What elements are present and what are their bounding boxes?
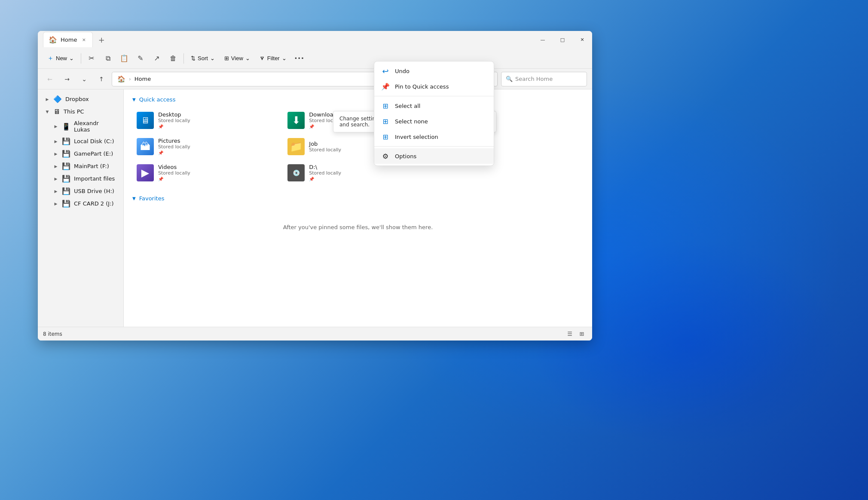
tab-close-button[interactable]: × [80, 37, 87, 43]
sidebar: ▶ 🔷 Dropbox ▼ 🖥 This PC ▶ 📱 Alexandr Luk… [38, 89, 124, 327]
menu-item-options[interactable]: ⚙ Options [374, 148, 494, 164]
menu-separator-1 [374, 96, 494, 96]
expand-icon: ▶ [53, 189, 58, 194]
sidebar-item-this-pc[interactable]: ▼ 🖥 This PC [40, 105, 122, 118]
videos-meta: Stored locally [158, 170, 190, 176]
expand-icon: ▶ [53, 201, 58, 206]
cf-icon: 💾 [62, 199, 70, 208]
pictures-meta: Stored locally [158, 144, 190, 150]
up-button[interactable]: ↑ [95, 72, 108, 86]
recent-button[interactable]: ⌄ [77, 72, 91, 86]
list-view-button[interactable]: ☰ [565, 329, 575, 339]
sidebar-item-gamepart[interactable]: ▶ 💾 GamePart (E:) [40, 147, 122, 160]
view-icon: ⊞ [224, 55, 229, 61]
file-item-desktop[interactable]: 🖥 Desktop Stored locally 📌 [132, 108, 281, 132]
menu-item-pin-quick-access[interactable]: 📌 Pin to Quick access [374, 79, 494, 94]
new-label: New [56, 55, 67, 61]
pictures-name: Pictures [158, 138, 190, 144]
expand-icon: ▼ [45, 109, 50, 114]
sidebar-item-label: Local Disk (C:) [74, 138, 114, 144]
phone-icon: 📱 [62, 123, 70, 131]
filter-chevron-icon: ⌄ [282, 55, 287, 61]
pictures-info: Pictures Stored locally 📌 [158, 138, 190, 155]
d-drive-pin-icon: 📌 [309, 177, 341, 181]
sidebar-item-label: GamePart (E:) [74, 150, 113, 157]
rename-button[interactable]: ✎ [133, 51, 148, 66]
maximize-button[interactable]: □ [553, 33, 572, 46]
invert-selection-label: Invert selection [395, 134, 438, 140]
sidebar-item-cf-card[interactable]: ▶ 💾 CF CARD 2 (J:) [40, 197, 122, 210]
sidebar-item-alexandr[interactable]: ▶ 📱 Alexandr Lukas [40, 118, 122, 135]
quick-access-label: Quick access [139, 96, 176, 103]
context-menu: ↩ Undo 📌 Pin to Quick access ⊞ Select al… [374, 61, 494, 166]
job-name: Job [309, 141, 341, 147]
expand-icon: ▶ [53, 151, 58, 156]
menu-separator-2 [374, 146, 494, 147]
cut-button[interactable]: ✂ [84, 51, 99, 66]
videos-pin-icon: 📌 [158, 177, 190, 181]
job-info: Job Stored locally [309, 141, 341, 153]
sidebar-item-mainpart[interactable]: ▶ 💾 MainPart (F:) [40, 160, 122, 172]
desktop-folder-icon: 🖥 [137, 112, 154, 129]
expand-icon: ▶ [53, 139, 58, 144]
home-tab[interactable]: 🏠 Home × [43, 32, 93, 47]
back-button[interactable]: ← [43, 72, 57, 86]
select-none-label: Select none [395, 118, 428, 125]
grid-view-button[interactable]: ⊞ [577, 329, 587, 339]
menu-item-select-none[interactable]: ⊞ Select none [374, 113, 494, 129]
invert-selection-icon: ⊞ [381, 132, 390, 141]
search-box[interactable]: 🔍 Search Home [501, 72, 587, 86]
pictures-pin-icon: 📌 [158, 150, 190, 155]
disk-icon: 💾 [62, 137, 70, 145]
share-button[interactable]: ↗ [149, 51, 165, 66]
address-bar-row: ← → ⌄ ↑ 🏠 › Home 🔍 Search Home [38, 69, 592, 89]
sidebar-item-local-disk[interactable]: ▶ 💾 Local Disk (C:) [40, 135, 122, 147]
address-home-icon: 🏠 [117, 75, 125, 83]
favorites-label: Favorites [139, 195, 165, 202]
copy-button[interactable]: ⧉ [100, 51, 116, 66]
favorites-section-header[interactable]: ▼ Favorites [132, 195, 584, 202]
undo-icon: ↩ [381, 67, 390, 75]
menu-item-select-all[interactable]: ⊞ Select all [374, 98, 494, 113]
address-text: Home [134, 76, 151, 82]
minimize-button[interactable]: — [533, 33, 553, 46]
d-drive-info: D:\ Stored locally 📌 [309, 164, 341, 181]
expand-icon: ▶ [53, 176, 58, 181]
sidebar-item-dropbox[interactable]: ▶ 🔷 Dropbox [40, 93, 122, 105]
quick-access-section-header[interactable]: ▼ Quick access [132, 96, 584, 103]
status-bar: 8 items ☰ ⊞ [38, 327, 592, 340]
sidebar-item-label: Dropbox [65, 96, 89, 102]
paste-button[interactable]: 📋 [116, 51, 132, 66]
filter-icon: ⛛ [260, 55, 265, 61]
view-button[interactable]: ⊞ View ⌄ [220, 52, 254, 64]
menu-item-invert-selection[interactable]: ⊞ Invert selection [374, 129, 494, 144]
desktop-name: Desktop [158, 111, 190, 118]
sort-label: Sort [198, 55, 208, 61]
menu-item-undo[interactable]: ↩ Undo [374, 63, 494, 79]
select-all-icon: ⊞ [381, 101, 390, 110]
sidebar-item-label: MainPart (F:) [74, 163, 109, 169]
sidebar-item-usb-drive[interactable]: ▶ 💾 USB Drive (H:) [40, 185, 122, 197]
file-item-pictures[interactable]: 🏔 Pictures Stored locally 📌 [132, 134, 281, 159]
undo-label: Undo [395, 68, 410, 74]
select-none-icon: ⊞ [381, 117, 390, 126]
expand-icon: ▶ [53, 164, 58, 169]
delete-button[interactable]: 🗑 [165, 51, 181, 66]
downloads-folder-icon: ⬇ [287, 112, 305, 129]
d-drive-name: D:\ [309, 164, 341, 170]
desktop-pin-icon: 📌 [158, 124, 190, 129]
sidebar-item-important-files[interactable]: ▶ 💾 Important files [40, 172, 122, 185]
file-item-videos[interactable]: ▶ Videos Stored locally 📌 [132, 160, 281, 185]
close-button[interactable]: ✕ [572, 33, 592, 46]
sidebar-item-label: CF CARD 2 (J:) [74, 200, 114, 207]
filter-button[interactable]: ⛛ Filter ⌄ [255, 52, 291, 64]
sidebar-item-label: Important files [74, 175, 115, 182]
forward-button[interactable]: → [60, 72, 74, 86]
section-chevron-icon: ▼ [132, 97, 136, 102]
new-button[interactable]: ＋ New ⌄ [43, 52, 78, 65]
main-area: ▶ 🔷 Dropbox ▼ 🖥 This PC ▶ 📱 Alexandr Luk… [38, 89, 592, 327]
new-tab-button[interactable]: + [95, 33, 108, 46]
sort-button[interactable]: ⇅ Sort ⌄ [186, 52, 219, 64]
view-chevron-icon: ⌄ [245, 55, 250, 61]
more-options-button[interactable]: ··· [292, 51, 307, 66]
